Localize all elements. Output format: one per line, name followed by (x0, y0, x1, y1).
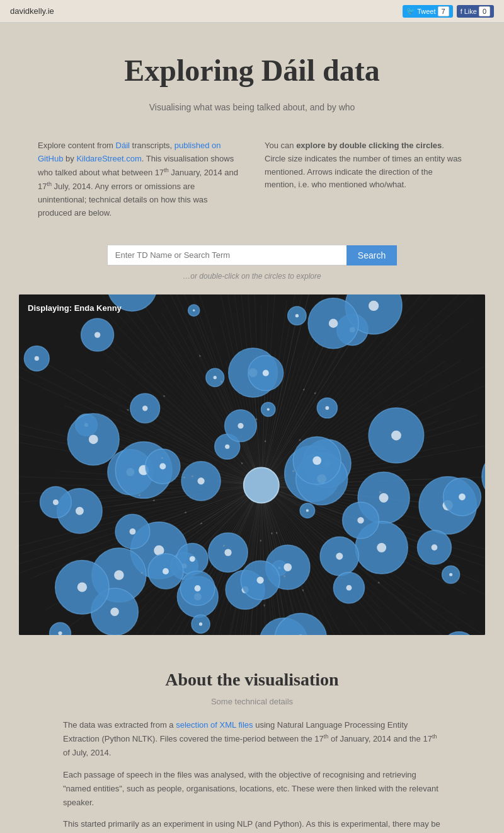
hero-section: Exploring Dáil data Visualising what was… (0, 23, 504, 127)
description-left-text: Explore content from Dáil transcripts, p… (38, 139, 239, 219)
page-subtitle: Visualising what was being talked about,… (13, 101, 491, 114)
site-header: davidkelly.ie 🐦 Tweet 7 f Like 0 (0, 0, 504, 23)
about-subtitle: Some technical details (63, 696, 441, 708)
viz-label: Displaying: Enda Kenny (28, 302, 122, 315)
viz-container[interactable]: Displaying: Enda Kenny (19, 294, 485, 635)
tweet-count: 7 (438, 6, 449, 16)
page-title: Exploring Dáil data (13, 48, 491, 93)
description-left: Explore content from Dáil transcripts, p… (38, 139, 239, 219)
description-right: You can explore by double clicking the c… (265, 139, 466, 219)
about-section: About the visualisation Some technical d… (0, 648, 504, 833)
search-form: Search (13, 245, 491, 265)
search-section: Search …or double-click on the circles t… (0, 232, 504, 294)
viz-canvas[interactable] (19, 294, 485, 635)
description-section: Explore content from Dáil transcripts, p… (0, 127, 504, 232)
site-title: davidkelly.ie (10, 5, 54, 18)
social-buttons: 🐦 Tweet 7 f Like 0 (403, 5, 494, 18)
about-para-2: Each passage of speech in the files was … (63, 768, 441, 810)
dail-link[interactable]: Dáil (116, 141, 130, 150)
xml-files-link[interactable]: selection of XML files (176, 720, 253, 730)
like-label: Like (464, 8, 477, 15)
about-para-1: The data was extracted from a selection … (63, 718, 441, 760)
description-right-text: You can explore by double clicking the c… (265, 139, 466, 192)
about-title: About the visualisation (63, 667, 441, 693)
search-hint: …or double-click on the circles to explo… (13, 271, 491, 282)
search-input[interactable] (107, 245, 346, 265)
like-count: 0 (479, 6, 490, 16)
about-para-3: This started primarily as an experiment … (63, 817, 441, 833)
search-button[interactable]: Search (346, 245, 397, 265)
kildarestreet-link[interactable]: KildareStreet.com (76, 154, 141, 163)
like-button[interactable]: f Like 0 (457, 5, 494, 18)
twitter-icon: 🐦 (406, 7, 415, 15)
tweet-label: Tweet (417, 8, 435, 15)
tweet-button[interactable]: 🐦 Tweet 7 (403, 5, 452, 18)
main-content: Exploring Dáil data Visualising what was… (0, 23, 504, 833)
facebook-icon: f (461, 8, 462, 15)
